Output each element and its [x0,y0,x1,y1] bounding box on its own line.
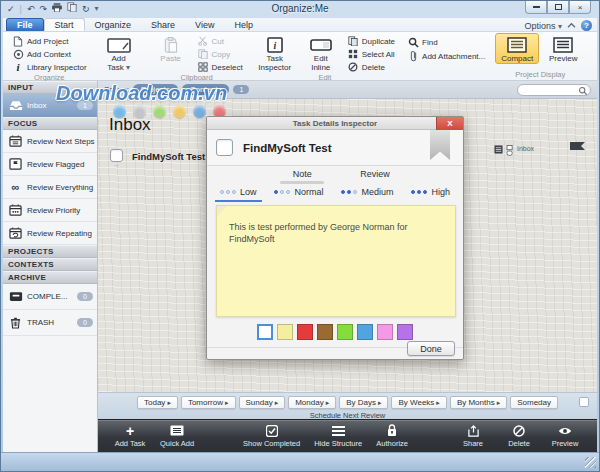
print-icon[interactable] [52,2,62,16]
copy-button[interactable]: Copy [195,48,245,60]
schedule-checkbox[interactable] [579,397,589,407]
maximize-button[interactable] [547,1,569,14]
commit-check-icon[interactable]: ✓ [7,2,15,16]
sidebar-item-trash[interactable]: TRASH 0 [3,310,97,336]
paste-button[interactable]: Paste [149,33,193,63]
schedule-monday-button[interactable]: Monday▸ [288,396,336,409]
duplicate-button[interactable]: Duplicate [345,35,397,47]
toolbar-delete-button[interactable]: Delete [503,424,535,448]
sidebar-section-archive[interactable]: ARCHIVE [3,271,97,284]
tab-file[interactable]: File [6,18,44,31]
options-button[interactable]: Options ▾ [524,21,562,31]
sidebar-item-review-repeating[interactable]: Review Repeating [3,222,97,245]
edit-inline-button[interactable]: Edit Inline [299,33,343,72]
color-dot[interactable] [173,105,186,118]
deselect-button[interactable]: Deselect [195,61,245,73]
swatch-red[interactable] [297,324,313,340]
redo-icon[interactable]: ↷ [39,2,47,16]
sidebar-section-projects[interactable]: PROJECTS [3,245,97,258]
cut-button[interactable]: Cut [195,35,245,47]
close-button[interactable]: × [569,1,591,14]
toolbar-show-completed-button[interactable]: Show Completed [243,424,300,448]
ribbon-group-clipboard: Paste Cut Copy Deselect [146,33,248,80]
schedule-by-months-button[interactable]: By Months▸ [450,396,507,409]
toolbar-share-button[interactable]: Share [457,424,489,448]
add-task-icon [107,36,131,54]
schedule-today-button[interactable]: Today▸ [137,396,178,409]
color-dot[interactable] [153,105,166,118]
scope-contexts-button[interactable]: Contexts [182,84,230,95]
minimize-button[interactable] [525,1,547,14]
preview-button[interactable]: Preview [541,33,585,63]
find-icon [407,37,419,48]
swatch-green[interactable] [337,324,353,340]
copy-page-icon[interactable] [67,2,77,16]
swatch-brown[interactable] [317,324,333,340]
task-row[interactable]: ... FindMySoft Test [110,149,205,166]
undo-icon[interactable]: ↶ [27,2,35,16]
schedule-someday-button[interactable]: Someday [510,396,558,409]
tab-share[interactable]: Share [141,18,185,31]
compact-button[interactable]: Compact [495,33,539,64]
sidebar-item-review-everything[interactable]: ∞ Review Everything [3,176,97,199]
delete-button[interactable]: Delete [345,61,397,73]
tab-help[interactable]: Help [224,18,263,31]
sidebar-item-review-next-steps[interactable]: Review Next Steps [3,130,97,153]
schedule-by-days-button[interactable]: By Days▸ [339,396,388,409]
dialog-close-button[interactable]: X [436,117,463,130]
schedule-by-weeks-button[interactable]: By Weeks▸ [391,396,446,409]
sort-by-button[interactable]: Sort By ▾ [593,33,600,72]
add-context-button[interactable]: Add Context [10,48,73,60]
help-icon[interactable]: ? [581,20,592,31]
done-button[interactable]: Done [407,341,455,356]
toolbar-add-task-button[interactable]: + Add Task [114,424,146,448]
minimize-ribbon-icon[interactable] [567,22,576,29]
priority-high[interactable]: High [406,185,455,202]
refresh-icon[interactable]: ↻ [82,2,90,16]
sidebar-item-review-priority[interactable]: Review Priority [3,199,97,222]
swatch-purple[interactable] [397,324,413,340]
select-all-button[interactable]: Select All [345,48,397,60]
add-context-icon [12,49,24,60]
compact-icon [507,36,527,54]
priority-low[interactable]: Low [215,185,262,202]
add-task-button[interactable]: Add Task ▾ [97,33,141,72]
dialog-title-bar[interactable]: Task Details Inspector X [207,117,463,130]
sidebar-item-inbox[interactable]: Inbox 1 [3,94,97,117]
priority-normal[interactable]: Normal [269,185,328,202]
sidebar-section-contexts[interactable]: CONTEXTS [3,258,97,271]
priority-medium[interactable]: Medium [336,185,398,202]
resize-grip[interactable] [585,457,596,468]
tab-start[interactable]: Start [44,18,85,31]
add-attachment-button[interactable]: Add Attachment... [405,50,487,62]
bookmark-ribbon-icon[interactable] [430,130,450,160]
find-button[interactable]: Find [405,36,440,48]
library-inspector-button[interactable]: i Library Inspector [10,61,89,73]
scope-projects-button[interactable]: Projects [133,84,178,95]
dialog-task-checkbox[interactable] [216,139,233,156]
dialog-tab-review[interactable]: Review [360,169,390,179]
toolbar-quick-add-button[interactable]: Quick Add [160,424,194,448]
plus-icon: + [126,424,134,437]
sidebar-item-review-flagged[interactable]: Review Flagged [3,153,97,176]
toolbar-hide-structure-button[interactable]: Hide Structure [314,424,362,448]
tab-organize[interactable]: Organize [85,18,142,31]
swatch-pink[interactable] [377,324,393,340]
qat-dropdown-icon[interactable]: ▾ [95,2,99,16]
search-input[interactable] [517,84,591,96]
swatch-white[interactable] [257,324,273,340]
swatch-blue[interactable] [357,324,373,340]
schedule-sunday-button[interactable]: Sunday▸ [239,396,286,409]
sidebar-item-completed[interactable]: COMPLE... 0 [3,284,97,310]
flag-icon[interactable] [570,141,586,151]
toolbar-preview-button[interactable]: Preview [549,424,581,448]
add-project-button[interactable]: Add Project [10,35,70,47]
tab-view[interactable]: View [185,18,224,31]
color-dot[interactable] [193,105,206,118]
swatch-yellow[interactable] [277,324,293,340]
task-inspector-button[interactable]: i Task Inspector [253,33,297,72]
toolbar-authorize-button[interactable]: Authorize [376,424,408,448]
schedule-tomorrow-button[interactable]: Tomorrow▸ [181,396,236,409]
note-editor[interactable]: This is test performed by George Norman … [216,205,456,317]
dialog-tab-note[interactable]: Note [280,169,324,184]
